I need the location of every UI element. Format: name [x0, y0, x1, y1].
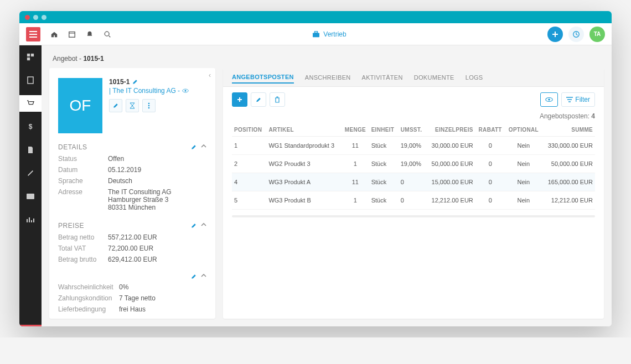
chevron-up-icon[interactable]: [201, 223, 206, 226]
status-label: Status: [58, 155, 108, 163]
tab-anschreiben[interactable]: ANSCHREIBEN: [305, 72, 351, 83]
collapse-left-icon[interactable]: ‹: [209, 71, 211, 79]
minimize-dot[interactable]: [33, 15, 38, 20]
record-subtitle[interactable]: | The IT Consulting AG -: [109, 87, 180, 95]
svg-point-16: [549, 98, 551, 101]
module-label: Vertrieb: [323, 30, 346, 38]
view-toggle-button[interactable]: [540, 92, 558, 107]
zahl-value: 7 Tage netto: [119, 294, 206, 302]
edit-section-icon[interactable]: [191, 144, 196, 150]
more-button[interactable]: [142, 99, 156, 112]
datum-value: 05.12.2019: [108, 166, 206, 174]
chevron-up-icon[interactable]: [201, 144, 206, 148]
lief-label: Lieferbedingung: [58, 305, 119, 313]
brutto-label: Betrag brutto: [58, 256, 108, 263]
col-einheit[interactable]: EINHEIT: [369, 123, 399, 137]
svg-point-14: [148, 107, 150, 109]
add-item-button[interactable]: [232, 92, 247, 107]
vat-value: 72,200.00 EUR: [108, 245, 206, 252]
col-optional[interactable]: OPTIONAL: [505, 123, 542, 137]
record-title: 1015-1: [109, 78, 130, 86]
items-table: POSITIONARTIKELMENGEEINHEITUMSST.EINZELP…: [232, 123, 595, 210]
lief-value: frei Haus: [119, 305, 206, 313]
tab-dokumente[interactable]: DOKUMENTE: [414, 72, 454, 83]
app-window: Vertrieb TA $ Angebot - 1015-1: [19, 11, 612, 326]
tab-bar: ANGEBOTSPOSTENANSCHREIBENAKTIVITÄTENDOKU…: [223, 68, 604, 87]
tab-angebotsposten[interactable]: ANGEBOTSPOSTEN: [232, 71, 294, 84]
nav-cart[interactable]: [19, 95, 42, 112]
hamburger-button[interactable]: [26, 27, 40, 41]
nav-card[interactable]: [19, 188, 42, 205]
close-dot[interactable]: [25, 15, 30, 20]
svg-rect-3: [315, 31, 318, 33]
edit-icon[interactable]: [132, 79, 138, 85]
module-selector[interactable]: Vertrieb: [312, 30, 346, 38]
chevron-up-icon[interactable]: [201, 274, 206, 277]
nav-chart[interactable]: [19, 211, 42, 228]
home-icon[interactable]: [50, 30, 58, 38]
table-row[interactable]: 1WG1 Standardprodukt 311Stück19,00%30,00…: [232, 137, 595, 155]
netto-value: 557,212.00 EUR: [108, 233, 206, 241]
col-umsst.[interactable]: UMSST.: [399, 123, 426, 137]
detail-panel: ‹ OF 1015-1 | The IT Consulting AG -: [49, 68, 215, 319]
tab-logs[interactable]: LOGS: [466, 72, 483, 83]
nav-tool[interactable]: [19, 165, 42, 181]
edit-section-icon[interactable]: [191, 223, 196, 228]
svg-rect-0: [69, 32, 75, 37]
zahl-label: Zahlungskondition: [58, 294, 119, 302]
calendar-icon[interactable]: [68, 30, 76, 38]
wahr-value: 0%: [119, 283, 206, 291]
col-menge[interactable]: MENGE: [342, 123, 369, 137]
nav-dollar[interactable]: $: [19, 118, 42, 135]
svg-rect-5: [27, 54, 30, 56]
vat-label: Total VAT: [58, 245, 108, 252]
nav-dashboard[interactable]: [19, 49, 42, 65]
zoom-dot[interactable]: [42, 15, 46, 20]
col-position[interactable]: POSITION: [232, 123, 266, 137]
history-button[interactable]: [568, 27, 584, 42]
netto-label: Betrag netto: [58, 233, 108, 241]
adresse-value: The IT Consulting AGHamburger Straße 380…: [108, 188, 206, 211]
svg-rect-9: [27, 194, 34, 199]
col-rabatt[interactable]: RABATT: [475, 123, 505, 137]
table-row[interactable]: 4WG3 Produkt A11Stück015,000.00 EUR0Nein…: [232, 173, 595, 191]
status-value: Offen: [108, 155, 206, 163]
svg-point-12: [148, 103, 150, 105]
datum-label: Datum: [58, 166, 108, 174]
col-einzelpreis[interactable]: EINZELPREIS: [426, 123, 475, 137]
scrollbar[interactable]: [232, 215, 595, 217]
eye-icon[interactable]: [182, 89, 189, 93]
avatar[interactable]: TA: [589, 27, 605, 42]
adresse-label: Adresse: [58, 188, 108, 211]
filter-button[interactable]: Filter: [561, 92, 595, 107]
search-icon[interactable]: [104, 30, 111, 38]
table-row[interactable]: 5WG3 Produkt B1Stück012,212.00 EUR0Nein1…: [232, 191, 595, 210]
tab-aktivitäten[interactable]: AKTIVITÄTEN: [362, 72, 403, 83]
svg-rect-7: [27, 58, 30, 60]
svg-rect-8: [28, 77, 33, 84]
bell-icon[interactable]: [86, 30, 94, 38]
svg-point-11: [185, 90, 187, 92]
record-thumb: OF: [58, 78, 102, 133]
table-row[interactable]: 2WG2 Proudkt 31Stück19,00%50,000.00 EUR0…: [232, 155, 595, 173]
topbar: Vertrieb TA: [19, 23, 612, 45]
nav-file[interactable]: [19, 142, 42, 158]
section-details: DETAILS: [58, 143, 87, 151]
col-artikel[interactable]: ARTIKEL: [266, 123, 342, 137]
col-summe[interactable]: SUMME: [542, 123, 595, 137]
nav-doc[interactable]: [19, 72, 42, 89]
edit-item-button[interactable]: [251, 92, 266, 107]
svg-point-13: [148, 105, 150, 107]
add-button[interactable]: [547, 27, 563, 42]
edit-button[interactable]: [109, 99, 122, 112]
timer-button[interactable]: [126, 99, 139, 112]
delete-item-button[interactable]: [270, 92, 285, 107]
brutto-value: 629,412.00 EUR: [108, 256, 206, 263]
row-count: Angebotsposten: 4: [223, 112, 604, 123]
section-preise: PREISE: [58, 222, 84, 230]
filter-label: Filter: [575, 96, 590, 103]
edit-section-icon[interactable]: [191, 274, 196, 279]
wahr-label: Wahrscheinlichkeit: [58, 283, 119, 291]
sprache-value: Deutsch: [108, 177, 206, 185]
filter-icon: [566, 97, 573, 102]
